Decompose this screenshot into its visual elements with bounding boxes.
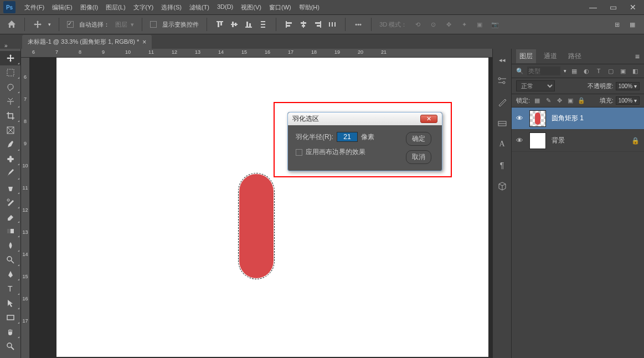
tool-healing[interactable] (0, 152, 20, 166)
apply-canvas-checkbox[interactable] (296, 149, 302, 156)
tool-rectangle[interactable] (0, 310, 20, 325)
tool-type[interactable]: T (0, 282, 20, 296)
layer-row[interactable]: 👁 圆角矩形 1 (512, 108, 644, 130)
tool-frame[interactable] (0, 123, 20, 137)
filter-smart-icon[interactable]: ▣ (619, 67, 627, 75)
tool-clone[interactable] (0, 181, 20, 195)
auto-select-checkbox[interactable] (67, 21, 74, 28)
more-options-icon[interactable]: ••• (353, 19, 363, 29)
3d-camera-icon[interactable]: 📷 (490, 19, 500, 29)
panel-menu-icon[interactable]: ≡ (635, 52, 640, 61)
tool-crop[interactable] (0, 109, 20, 123)
layer-filter-input[interactable] (527, 67, 560, 75)
collapse-panels-icon[interactable]: ◂◂ (497, 54, 508, 65)
ok-button[interactable]: 确定 (406, 132, 431, 146)
canvas[interactable]: 羽化选区 ✕ 羽化半径(R): 像素 应用画布边界的效果 (30, 58, 492, 358)
filter-toggle-icon[interactable]: ◧ (631, 67, 640, 75)
auto-select-dropdown[interactable]: 图层 ▾ (115, 21, 134, 29)
fill-value[interactable]: 100% ▾ (616, 96, 640, 105)
3d-slide-icon[interactable]: ✦ (459, 19, 469, 29)
document-tab[interactable]: 未标题-1 @ 33.3% (圆角矩形 1, RGB/8) * × (22, 35, 152, 49)
tool-blur[interactable] (0, 238, 20, 253)
tool-eraser[interactable] (0, 209, 20, 224)
dialog-titlebar[interactable]: 羽化选区 ✕ (288, 112, 442, 125)
tool-hand[interactable] (0, 325, 20, 339)
dist-v-icon[interactable] (258, 19, 268, 29)
menu-window[interactable]: 窗口(W) (266, 1, 295, 14)
tab-layers[interactable]: 图层 (516, 49, 536, 63)
layer-name[interactable]: 圆角矩形 1 (552, 114, 584, 123)
menu-image[interactable]: 图像(I) (77, 1, 101, 14)
home-icon[interactable] (7, 19, 17, 29)
tool-move[interactable] (0, 51, 20, 65)
dialog-close-button[interactable]: ✕ (420, 115, 437, 123)
3d-roll-icon[interactable]: ⊙ (428, 19, 438, 29)
filter-shape-icon[interactable]: ▢ (606, 67, 615, 75)
filter-type-icon[interactable]: T (594, 67, 603, 75)
close-button[interactable]: ✕ (625, 2, 641, 13)
align-bottom-icon[interactable] (244, 19, 254, 29)
styles-icon[interactable] (497, 117, 508, 129)
menu-filter[interactable]: 滤镜(T) (186, 1, 213, 14)
lock-position-icon[interactable]: ✥ (555, 97, 563, 104)
lock-artboard-icon[interactable]: ▣ (566, 97, 574, 104)
move-tool-chevron-icon[interactable]: ▾ (48, 22, 51, 27)
menu-help[interactable]: 帮助(H) (296, 1, 323, 14)
tab-close-icon[interactable]: × (142, 38, 146, 46)
layer-row[interactable]: 👁 背景 🔒 (512, 130, 644, 152)
filter-adjust-icon[interactable]: ◐ (582, 67, 591, 75)
minimize-button[interactable]: — (585, 2, 601, 13)
expand-tools-icon[interactable]: » (4, 43, 8, 49)
tool-lasso[interactable] (0, 80, 20, 94)
menu-layer[interactable]: 图层(L) (102, 1, 128, 14)
lock-pixels-icon[interactable]: ✎ (544, 97, 552, 104)
tool-brush[interactable] (0, 166, 20, 181)
maximize-button[interactable]: ▭ (605, 2, 621, 13)
menu-select[interactable]: 选择(S) (158, 1, 185, 14)
paragraph-icon[interactable]: ¶ (497, 160, 508, 171)
filter-pixel-icon[interactable]: ▦ (570, 67, 579, 75)
menu-3d[interactable]: 3D(D) (214, 1, 236, 14)
feather-radius-input[interactable] (337, 132, 358, 142)
3d-pan-icon[interactable]: ✥ (444, 19, 454, 29)
3d-orbit-icon[interactable]: ⟲ (413, 19, 423, 29)
tool-quick-select[interactable] (0, 94, 20, 109)
tab-channels[interactable]: 通道 (540, 49, 560, 63)
lock-transparent-icon[interactable]: ▦ (533, 97, 541, 104)
tool-eyedropper[interactable] (0, 137, 20, 152)
adjustments-icon[interactable] (497, 75, 508, 86)
tool-gradient[interactable] (0, 224, 20, 238)
cancel-button[interactable]: 取消 (406, 150, 431, 164)
show-transform-checkbox[interactable] (150, 21, 157, 28)
ruler-vertical[interactable]: 67891011121314151617 (21, 58, 30, 358)
menu-view[interactable]: 视图(V) (238, 1, 265, 14)
ruler-horizontal[interactable]: 6789101112131415161718192021 (21, 49, 492, 58)
opacity-value[interactable]: 100% ▾ (616, 82, 640, 90)
brushes-icon[interactable] (497, 96, 508, 108)
blend-mode-select[interactable]: 正常 (516, 80, 555, 91)
tool-pen[interactable] (0, 267, 20, 282)
align-vcenter-icon[interactable] (229, 19, 239, 29)
character-icon[interactable]: A (497, 139, 508, 150)
arrange-icon[interactable]: ▦ (627, 19, 637, 29)
tool-dodge[interactable] (0, 253, 20, 267)
3d-scale-icon[interactable]: ▣ (475, 19, 485, 29)
tool-marquee[interactable] (0, 65, 20, 80)
menu-file[interactable]: 文件(F) (21, 1, 48, 14)
align-right-icon[interactable] (313, 19, 323, 29)
libraries-icon[interactable] (497, 181, 508, 192)
move-tool-icon[interactable] (33, 19, 43, 29)
tab-paths[interactable]: 路径 (565, 49, 585, 63)
menu-type[interactable]: 文字(Y) (130, 1, 157, 14)
visibility-toggle-icon[interactable]: 👁 (516, 114, 524, 122)
tool-history-brush[interactable] (0, 195, 20, 209)
menu-edit[interactable]: 编辑(E) (49, 1, 76, 14)
align-top-icon[interactable] (215, 19, 225, 29)
align-left-icon[interactable] (284, 19, 294, 29)
tool-path-select[interactable] (0, 296, 20, 310)
align-hcenter-icon[interactable] (298, 19, 308, 29)
visibility-toggle-icon[interactable]: 👁 (516, 136, 524, 145)
tool-zoom[interactable] (0, 339, 20, 354)
lock-all-icon[interactable]: 🔒 (578, 97, 585, 104)
layer-name[interactable]: 背景 (552, 136, 565, 145)
